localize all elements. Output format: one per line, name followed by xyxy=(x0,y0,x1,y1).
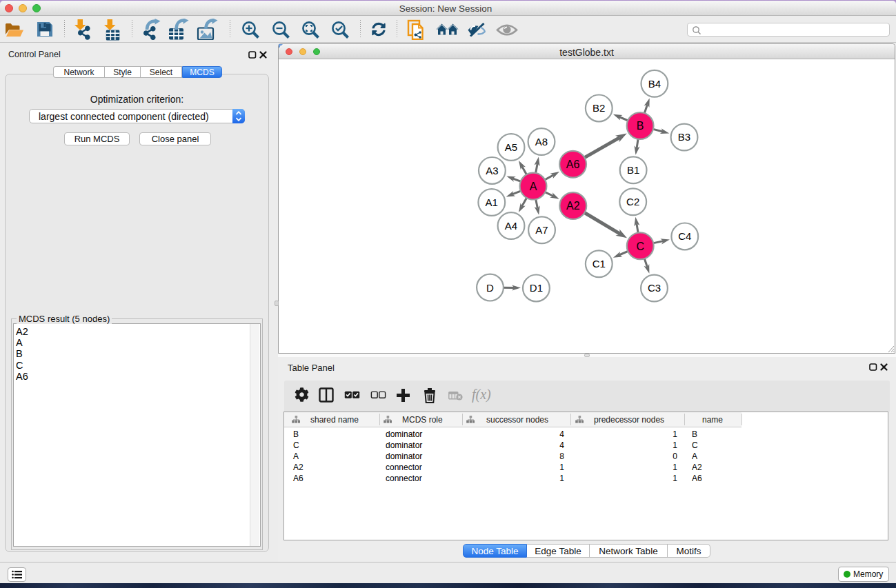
svg-text:A6: A6 xyxy=(566,159,580,170)
svg-text:C4: C4 xyxy=(678,230,691,242)
svg-text:C3: C3 xyxy=(648,282,661,294)
svg-text:B2: B2 xyxy=(593,102,605,114)
svg-text:D1: D1 xyxy=(530,282,543,294)
svg-text:B4: B4 xyxy=(648,78,661,90)
svg-text:A1: A1 xyxy=(486,196,498,208)
svg-text:B1: B1 xyxy=(627,164,639,176)
svg-text:A3: A3 xyxy=(486,165,498,176)
svg-text:A5: A5 xyxy=(505,141,517,153)
svg-text:D: D xyxy=(486,282,494,294)
svg-text:A8: A8 xyxy=(535,136,548,148)
svg-text:B3: B3 xyxy=(678,131,690,143)
svg-text:C: C xyxy=(636,241,644,252)
svg-text:B: B xyxy=(637,120,644,132)
svg-text:A4: A4 xyxy=(505,220,517,232)
svg-text:C2: C2 xyxy=(626,196,639,207)
svg-text:A7: A7 xyxy=(535,224,548,236)
svg-text:C1: C1 xyxy=(593,258,606,270)
svg-text:A2: A2 xyxy=(566,200,580,212)
svg-text:A: A xyxy=(530,181,537,192)
